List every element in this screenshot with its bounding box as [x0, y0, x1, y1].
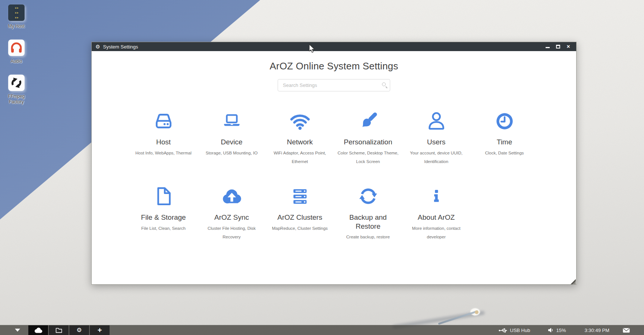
desktop-icon-label: My Host [8, 24, 25, 29]
aroz-clusters-icon [289, 184, 311, 207]
setting-item-time[interactable]: Time Clock, Date Settings [470, 108, 539, 166]
page-title: ArOZ Online System Settings [92, 60, 576, 72]
setting-title: Network [287, 138, 313, 147]
search-box [278, 79, 390, 91]
setting-item-device[interactable]: Device Storage, USB Mounting, IO [198, 108, 266, 166]
plus-icon: + [98, 326, 102, 334]
taskbar-button-files[interactable] [49, 325, 69, 335]
window-title: System Settings [103, 44, 138, 50]
setting-desc: Storage, USB Mounting, IO [206, 149, 258, 158]
usb-icon [499, 328, 507, 333]
setting-desc: Color Scheme, Desktop Theme, Lock Screen [335, 149, 402, 166]
clock[interactable]: 3:30:49 PM [585, 328, 610, 333]
settings-grid: Host Host Info, WebApps, Thermal Device … [129, 108, 539, 242]
time-icon [494, 108, 515, 132]
taskbar-button-cloud[interactable] [28, 325, 48, 335]
folder-icon [56, 328, 62, 333]
volume-label: 15% [556, 328, 566, 333]
resize-handle-highlight [572, 281, 576, 284]
desktop-icon-audio[interactable]: Audio [8, 40, 25, 64]
device-icon [220, 108, 243, 132]
stick-knob [475, 310, 479, 314]
usb-status[interactable]: USB Hub [499, 328, 530, 333]
users-icon [425, 108, 448, 132]
system-settings-window: ⚙ System Settings ✕ ArOZ Online System S… [91, 42, 577, 285]
setting-title: Users [427, 138, 446, 147]
close-icon[interactable]: ✕ [566, 44, 571, 49]
gear-icon: ⚙ [76, 327, 82, 333]
setting-desc: Host Info, WebApps, Thermal [135, 149, 191, 158]
usb-label: USB Hub [510, 328, 530, 333]
setting-desc: Your account, device UUID, Identificatio… [403, 149, 470, 166]
setting-desc: More information, contact developer [403, 224, 470, 242]
headphones-icon [8, 40, 25, 56]
search-input[interactable] [278, 79, 390, 91]
setting-desc: Create backup, restore [346, 233, 390, 242]
mouse-cursor [309, 44, 316, 53]
desktop: My Host Audio FFmpeg Factor [0, 0, 644, 335]
aroz-sync-icon [220, 184, 244, 207]
setting-desc: Clock, Date Settings [485, 149, 524, 158]
setting-item-personalization[interactable]: Personalization Color Scheme, Desktop Th… [334, 108, 402, 166]
setting-item-backup-restore[interactable]: Backup and Restore Create backup, restor… [334, 184, 402, 242]
maximize-icon[interactable] [555, 44, 561, 49]
gear-icon: ⚙ [95, 44, 100, 49]
network-icon [288, 108, 312, 132]
taskbar-button-add[interactable]: + [90, 325, 110, 335]
setting-desc: File List, Clean, Search [141, 224, 186, 233]
desktop-icon-label: Audio [11, 59, 22, 64]
setting-title: File & Storage [141, 213, 186, 222]
taskbar-button-settings[interactable]: ⚙ [69, 325, 89, 335]
setting-desc: Cluster File Hosting, Disk Recovery [198, 224, 265, 242]
window-content: ArOZ Online System Settings Host Host [92, 51, 576, 285]
caret-down-icon[interactable] [15, 329, 20, 332]
setting-item-network[interactable]: Network WiFi Adaptor, Access Point, Ethe… [266, 108, 334, 166]
desktop-icon-ffmpeg[interactable]: FFmpeg Factory [4, 75, 29, 105]
file-storage-icon [153, 184, 174, 207]
host-icon [152, 108, 175, 132]
setting-title: Host [156, 138, 171, 147]
magnifier-icon [382, 82, 386, 86]
personalization-icon [357, 108, 380, 132]
setting-title: Backup and Restore [340, 213, 397, 231]
setting-desc: MapReduce, Cluster Settings [272, 224, 328, 233]
desktop-icon-label: FFmpeg Factory [4, 94, 29, 105]
cloud-icon [34, 328, 43, 333]
setting-title: Device [221, 138, 242, 147]
setting-item-host[interactable]: Host Host Info, WebApps, Thermal [129, 108, 198, 166]
backup-restore-icon [357, 184, 379, 207]
server-icon [8, 4, 25, 21]
envelope-icon[interactable] [623, 328, 630, 333]
speaker-icon [548, 328, 553, 333]
setting-title: ArOZ Sync [214, 213, 249, 222]
setting-desc: WiFi Adaptor, Access Point, Ethernet [266, 149, 334, 166]
volume-status[interactable]: 15% [548, 328, 566, 333]
setting-item-aroz-sync[interactable]: ArOZ Sync Cluster File Hosting, Disk Rec… [198, 184, 266, 242]
about-aroz-icon [428, 184, 445, 207]
setting-item-users[interactable]: Users Your account, device UUID, Identif… [402, 108, 470, 166]
desktop-icon-my-host[interactable]: My Host [8, 4, 25, 29]
setting-item-about-aroz[interactable]: About ArOZ More information, contact dev… [402, 184, 470, 242]
minimize-icon[interactable] [545, 44, 550, 49]
window-titlebar[interactable]: ⚙ System Settings ✕ [92, 42, 576, 51]
setting-title: ArOZ Clusters [277, 213, 322, 222]
taskbar-status-area: USB Hub 15% 3:30:49 PM [499, 325, 644, 335]
recycle-arrows-icon [8, 75, 25, 91]
setting-item-aroz-clusters[interactable]: ArOZ Clusters MapReduce, Cluster Setting… [266, 184, 334, 242]
setting-item-file-storage[interactable]: File & Storage File List, Clean, Search [129, 184, 198, 242]
setting-title: About ArOZ [418, 213, 455, 222]
setting-title: Personalization [344, 138, 392, 147]
desktop-icon-list: My Host Audio FFmpeg Factor [3, 4, 30, 115]
taskbar: ⚙ + USB Hub [0, 325, 644, 335]
setting-title: Time [497, 138, 512, 147]
